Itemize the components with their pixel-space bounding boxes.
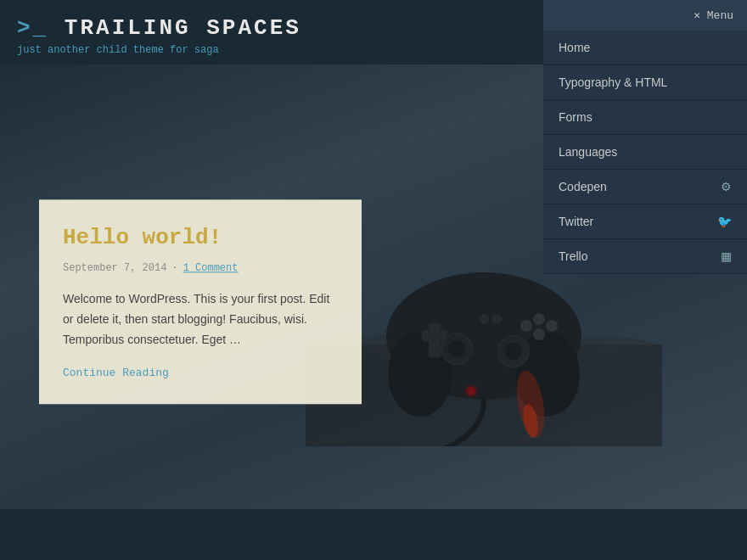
nav-item-codepen: Codepen ⚙: [543, 170, 747, 204]
site-tagline: just another child theme for saga: [17, 44, 301, 56]
site-header: >_ TRAILING SPACES just another child th…: [0, 0, 747, 64]
bottom-bar: [0, 509, 747, 560]
nav-label-codepen: Codepen: [559, 180, 607, 193]
codepen-icon: ⚙: [721, 180, 732, 193]
post-excerpt: Welcome to WordPress. This is your first…: [63, 289, 338, 350]
nav-label-twitter: Twitter: [559, 215, 593, 228]
menu-toggle-button[interactable]: ✕ Menu: [543, 0, 747, 31]
nav-link-home[interactable]: Home: [543, 31, 747, 64]
post-card: Hello world! September 7, 2014 · 1 Comme…: [39, 199, 362, 404]
nav-item-languages: Languages: [543, 135, 747, 170]
site-branding: >_ TRAILING SPACES just another child th…: [17, 15, 301, 56]
site-title-prefix: >_: [17, 15, 48, 41]
nav-label-home: Home: [559, 41, 590, 54]
site-title: >_ TRAILING SPACES: [17, 15, 301, 41]
nav-label-trello: Trello: [559, 249, 588, 263]
continue-reading-link[interactable]: Continue Reading: [63, 367, 169, 380]
nav-menu: ✕ Menu Home Typography & HTML Forms La: [543, 0, 747, 274]
nav-link-codepen[interactable]: Codepen ⚙: [543, 170, 747, 204]
nav-item-twitter: Twitter 🐦: [543, 204, 747, 239]
nav-link-trello[interactable]: Trello ▦: [543, 239, 747, 273]
twitter-icon: 🐦: [717, 215, 732, 228]
nav-label-forms: Forms: [559, 110, 593, 124]
nav-list: Home Typography & HTML Forms Languages: [543, 31, 747, 274]
nav-link-typography[interactable]: Typography & HTML: [543, 65, 747, 99]
nav-label-typography: Typography & HTML: [559, 76, 667, 89]
site-title-text: TRAILING SPACES: [65, 15, 301, 41]
nav-item-home: Home: [543, 31, 747, 65]
menu-toggle-label: ✕ Menu: [694, 8, 733, 22]
nav-label-languages: Languages: [559, 145, 617, 159]
nav-link-languages[interactable]: Languages: [543, 135, 747, 169]
nav-link-twitter[interactable]: Twitter 🐦: [543, 204, 747, 238]
nav-link-forms[interactable]: Forms: [543, 100, 747, 134]
trello-icon: ▦: [721, 249, 732, 263]
post-meta: September 7, 2014 · 1 Comment: [63, 262, 338, 274]
post-date: September 7, 2014: [63, 262, 166, 274]
post-comment-link[interactable]: 1 Comment: [183, 262, 239, 274]
nav-item-forms: Forms: [543, 100, 747, 135]
nav-item-trello: Trello ▦: [543, 239, 747, 274]
nav-item-typography: Typography & HTML: [543, 65, 747, 100]
post-meta-separator: ·: [171, 262, 177, 274]
post-title: Hello world!: [63, 225, 338, 250]
